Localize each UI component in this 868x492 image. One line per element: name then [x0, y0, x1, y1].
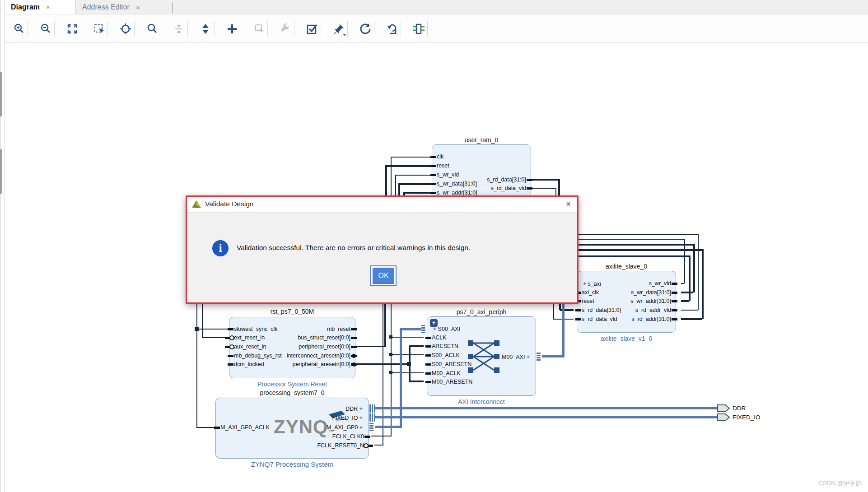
port-s-wr-vld-out[interactable]: s_wr_vld — [649, 280, 671, 287]
port-peripheral-aresetn[interactable]: peripheral_aresetn[0:0] — [292, 361, 350, 368]
block-axilite-slave-0[interactable]: +s_axi axi_clk reset s_rd_data[31:0] s_r… — [577, 271, 676, 333]
port-dcm-locked[interactable]: dcm_locked — [234, 361, 264, 368]
watermark: CSDN @伊宇韵 — [818, 479, 862, 487]
expand-hierarchy-icon[interactable] — [197, 20, 214, 37]
copy-icon[interactable] — [250, 20, 267, 37]
tab-diagram[interactable]: Diagram × — [5, 0, 76, 14]
port-axi-clk[interactable]: axi_clk — [582, 289, 599, 296]
port-fixed-io[interactable]: FIXED_IO+ — [332, 414, 364, 421]
port-m00-aclk[interactable]: M00_ACLK — [432, 370, 461, 377]
external-port-fixed-io-label: FIXED_IO — [733, 414, 761, 421]
expand-block-badge[interactable]: + — [430, 319, 438, 327]
block-processing-system7-0[interactable]: M_AXI_GP0_ACLK DDR+ FIXED_IO+ M_AXI_GP0+… — [215, 398, 369, 459]
s00axi-connector — [421, 325, 425, 333]
zoom-fit-icon[interactable] — [64, 20, 81, 37]
validate-design-dialog: Validate Design × i Validation successfu… — [186, 195, 579, 304]
port-aclk[interactable]: ACLK — [432, 334, 447, 341]
ddr-bus-connector — [369, 404, 375, 413]
block-title-axi-periph: ps7_0_axi_periph — [427, 308, 536, 316]
zynq-logo: ZYNQ™ — [274, 416, 334, 438]
tab-address-editor[interactable]: Address Editor × — [76, 0, 172, 14]
port-reset[interactable]: reset — [437, 162, 449, 169]
port-m-axi-gp0-aclk[interactable]: M_AXI_GP0_ACLK — [220, 424, 270, 431]
customize-wrench-icon[interactable] — [277, 20, 294, 37]
pin-icon[interactable] — [330, 20, 347, 37]
refresh-icon[interactable] — [357, 20, 374, 37]
port-s-rd-data-vld[interactable]: s_rd_data_vld — [490, 185, 526, 192]
port-s-wr-addr-out[interactable]: s_wr_addr[31:0] — [630, 298, 671, 305]
external-port-ddr[interactable] — [717, 404, 730, 414]
tab-diagram-label: Diagram — [11, 3, 40, 11]
tab-address-editor-label: Address Editor — [82, 3, 130, 11]
port-s-rd-data-in[interactable]: s_rd_data[31:0] — [582, 307, 621, 314]
block-title-axilite: axilite_slave_0 — [577, 263, 676, 270]
dialog-message: Validation successful. There are no erro… — [237, 244, 470, 252]
port-aresetn[interactable]: ARESETN — [432, 343, 458, 350]
port-clk[interactable]: clk — [437, 153, 443, 160]
zoom-in-icon[interactable] — [10, 20, 28, 37]
regenerate-layout-icon[interactable] — [383, 20, 401, 37]
info-icon: i — [212, 240, 229, 256]
add-ip-icon[interactable] — [224, 20, 241, 37]
block-subtitle-ps7: ZYNQ7 Processing System — [215, 460, 369, 468]
dialog-title-bar[interactable]: Validate Design × — [187, 197, 577, 213]
port-interconnect-aresetn[interactable]: interconnect_aresetn[0:0] — [287, 353, 350, 359]
panel-edge-segment — [0, 72, 2, 116]
port-s-rd-data-vld-in[interactable]: s_rd_data_vld — [582, 316, 617, 323]
dialog-close-icon[interactable]: × — [566, 199, 571, 209]
diagram-toolbar — [5, 15, 868, 43]
block-title-ps7: processing_system7_0 — [215, 389, 369, 396]
port-fclk-reset0-n[interactable]: FCLK_RESET0_N — [317, 442, 364, 449]
port-s-wr-data-out[interactable]: s_wr_data[31:0] — [631, 289, 671, 296]
port-s00-aclk[interactable]: S00_ACLK — [432, 352, 460, 359]
vivado-diagram-window: Diagram × Address Editor × — [0, 0, 868, 492]
maxigp0-connector — [369, 423, 373, 431]
port-s-rd-data[interactable]: s_rd_data[31:0] — [487, 176, 526, 183]
crossbar-icon — [468, 340, 499, 378]
pin-dropdown-caret[interactable] — [343, 34, 346, 36]
external-port-ddr-label: DDR — [733, 405, 746, 412]
port-mb-reset[interactable]: mb_reset — [327, 326, 350, 333]
zoom-out-icon[interactable] — [37, 20, 54, 37]
m00axi-connector — [537, 353, 541, 361]
external-port-fixed-io[interactable] — [717, 413, 730, 423]
port-ext-reset-in[interactable]: ext_reset_in — [234, 334, 265, 341]
collapse-hierarchy-icon[interactable] — [170, 20, 187, 37]
tab-strip: Diagram × Address Editor × — [5, 0, 868, 15]
port-slowest-sync-clk[interactable]: slowest_sync_clk — [234, 326, 278, 333]
port-s-rd-addr-vld-out[interactable]: s_rd_addr_vld — [635, 307, 671, 314]
port-mb-debug-sys-rst[interactable]: mb_debug_sys_rst — [234, 353, 282, 359]
interface-block-icon[interactable] — [410, 20, 427, 37]
autofit-selection-icon[interactable] — [117, 20, 134, 37]
ok-button[interactable]: OK — [370, 265, 397, 286]
panel-edge-segment — [0, 149, 2, 194]
port-s-axi[interactable]: +s_axi — [582, 280, 601, 287]
tab-close-icon[interactable]: × — [46, 3, 50, 11]
block-rst-ps7-0-50m[interactable]: slowest_sync_clk ext_reset_in aux_reset_… — [229, 317, 355, 378]
validate-design-icon[interactable] — [303, 20, 321, 37]
vivado-logo-icon — [191, 200, 201, 209]
block-title-user-ram: user_ram_0 — [432, 136, 531, 144]
port-s-wr-vld[interactable]: s_wr_vld — [437, 172, 459, 178]
port-s-rd-addr-out[interactable]: s_rd_addr[31:0] — [631, 316, 671, 323]
dialog-title: Validate Design — [205, 200, 253, 208]
port-s-wr-data[interactable]: s_wr_data[31:0] — [437, 181, 477, 187]
port-ddr[interactable]: DDR+ — [345, 405, 364, 412]
zoom-area-select-icon[interactable] — [90, 20, 107, 37]
block-title-rst: rst_ps7_0_50M — [229, 308, 355, 315]
port-aux-reset-in[interactable]: aux_reset_in — [234, 343, 266, 350]
block-subtitle-rst: Processor System Reset — [229, 381, 355, 388]
port-peripheral-reset[interactable]: peripheral_reset[0:0] — [299, 343, 350, 350]
tab-divider — [172, 2, 173, 13]
port-m00-axi[interactable]: M00_AXI+ — [502, 353, 531, 360]
port-reset[interactable]: reset — [582, 298, 594, 305]
block-ps7-0-axi-periph[interactable]: + +S00_AXI ACLK ARESETN S00_ACLK S00_ARE… — [427, 316, 536, 396]
port-s00-aresetn[interactable]: S00_ARESETN — [432, 361, 471, 368]
port-bus-struct-reset[interactable]: bus_struct_reset[0:0] — [298, 334, 350, 341]
port-m00-aresetn[interactable]: M00_ARESETN — [432, 379, 472, 385]
block-subtitle-axi: AXI Interconnect — [427, 398, 536, 405]
tab-close-icon[interactable]: × — [136, 4, 140, 11]
search-icon[interactable] — [144, 20, 161, 37]
block-subtitle-axilite: axilite_slave_v1_0 — [577, 335, 676, 342]
port-fclk-clk0[interactable]: FCLK_CLK0 — [332, 433, 364, 440]
